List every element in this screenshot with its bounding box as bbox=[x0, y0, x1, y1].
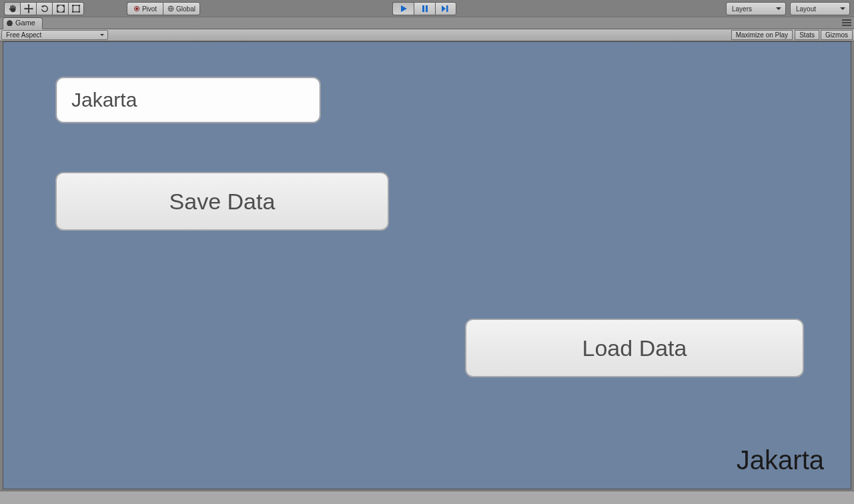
panel-menu-icon[interactable] bbox=[842, 19, 851, 26]
scale-tool-button[interactable] bbox=[52, 2, 68, 15]
output-text: Jakarta bbox=[737, 445, 824, 475]
layout-dropdown[interactable]: Layout bbox=[790, 2, 850, 15]
svg-rect-10 bbox=[446, 5, 448, 12]
maximize-on-play-toggle[interactable]: Maximize on Play bbox=[731, 30, 793, 40]
gizmos-toggle[interactable]: Gizmos bbox=[821, 30, 853, 40]
output-text-value: Jakarta bbox=[737, 445, 824, 475]
layers-label: Layers bbox=[732, 5, 752, 13]
game-viewport: Jakarta Save Data Load Data Jakarta bbox=[3, 41, 851, 489]
svg-rect-8 bbox=[422, 5, 424, 12]
pause-button[interactable] bbox=[414, 2, 435, 15]
maximize-label: Maximize on Play bbox=[736, 31, 788, 39]
tab-game[interactable]: Game bbox=[3, 17, 43, 29]
name-input[interactable]: Jakarta bbox=[55, 77, 321, 123]
move-tool-button[interactable] bbox=[20, 2, 36, 15]
stats-toggle[interactable]: Stats bbox=[795, 30, 819, 40]
gizmos-label: Gizmos bbox=[825, 31, 848, 39]
rotate-tool-button[interactable] bbox=[36, 2, 52, 15]
status-bar bbox=[0, 491, 854, 504]
svg-point-2 bbox=[79, 5, 80, 6]
hand-tool-button[interactable] bbox=[4, 2, 20, 15]
aspect-dropdown[interactable]: Free Aspect bbox=[1, 30, 108, 40]
load-data-button[interactable]: Load Data bbox=[465, 319, 804, 377]
pivot-label: Pivot bbox=[142, 5, 157, 13]
global-label: Global bbox=[176, 5, 195, 13]
save-data-label: Save Data bbox=[169, 189, 276, 215]
layers-dropdown[interactable]: Layers bbox=[726, 2, 786, 15]
aspect-label: Free Aspect bbox=[6, 31, 41, 39]
main-toolbar: Pivot Global Layers Layout bbox=[0, 0, 854, 17]
global-toggle-button[interactable]: Global bbox=[163, 2, 200, 15]
pivot-toggle-button[interactable]: Pivot bbox=[127, 2, 163, 15]
layout-label: Layout bbox=[796, 5, 816, 13]
stats-label: Stats bbox=[799, 31, 815, 39]
name-input-value: Jakarta bbox=[71, 89, 137, 111]
svg-point-5 bbox=[135, 7, 138, 10]
rect-tool-button[interactable] bbox=[68, 2, 84, 15]
tab-game-label: Game bbox=[15, 19, 35, 27]
svg-point-3 bbox=[72, 11, 73, 13]
play-button[interactable] bbox=[392, 2, 414, 15]
svg-point-4 bbox=[79, 11, 80, 13]
svg-rect-9 bbox=[426, 5, 428, 12]
load-data-label: Load Data bbox=[582, 335, 687, 361]
svg-point-1 bbox=[72, 5, 73, 6]
save-data-button[interactable]: Save Data bbox=[55, 172, 389, 231]
step-button[interactable] bbox=[435, 2, 456, 15]
panel-tab-row: Game bbox=[0, 17, 854, 29]
svg-rect-0 bbox=[73, 5, 79, 12]
game-control-row: Free Aspect Maximize on Play Stats Gizmo… bbox=[0, 29, 854, 41]
